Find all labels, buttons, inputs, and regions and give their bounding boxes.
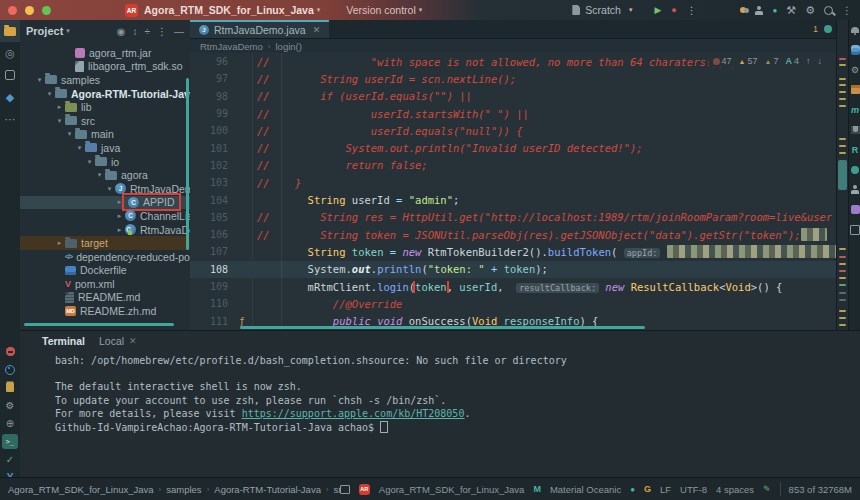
tree-item[interactable]: Vpom.xml: [20, 277, 190, 291]
account-icon[interactable]: [755, 6, 763, 15]
commit-tool-icon[interactable]: [0, 64, 20, 86]
stripe-mark[interactable]: [839, 152, 846, 154]
code-area[interactable]: 96// "with space is not allowed, no more…: [190, 53, 836, 331]
tree-item[interactable]: ▾main: [20, 128, 190, 142]
tree-item[interactable]: ▸CAPPID: [20, 196, 190, 210]
collapse-arrow-icon[interactable]: ▾: [54, 117, 65, 125]
stripe-mark[interactable]: [839, 78, 846, 80]
tree-item[interactable]: Dockerfile: [20, 264, 190, 278]
code-line[interactable]: 106// String token = JSONUtil.parseObj(r…: [190, 226, 836, 243]
build-tools-icon[interactable]: ⚒: [786, 4, 796, 17]
terminal-link[interactable]: https://support.apple.com/kb/HT208050: [242, 408, 465, 419]
collapse-arrow-icon[interactable]: ▾: [34, 76, 45, 84]
run-anything-icon[interactable]: R: [850, 144, 860, 155]
terminal-session-tab[interactable]: Local ✕: [99, 335, 137, 347]
stripe-mark[interactable]: [839, 263, 846, 265]
tree-item[interactable]: MDREADME.zh.md: [20, 304, 190, 318]
collapse-arrow-icon[interactable]: ▾: [64, 130, 75, 138]
code-line[interactable]: 103// }: [190, 174, 836, 191]
screen-share-icon[interactable]: [340, 485, 350, 494]
tree-item[interactable]: ▾io: [20, 155, 190, 169]
tree-item[interactable]: agora_rtm.jar: [20, 46, 190, 60]
status-teal-dot-icon[interactable]: ●: [630, 485, 635, 494]
gradle-tool-icon[interactable]: [850, 164, 860, 175]
expand-arrow-icon[interactable]: ▸: [114, 212, 125, 220]
settings-gear-icon[interactable]: ⚙: [805, 4, 815, 17]
tree-item[interactable]: ▾src: [20, 114, 190, 128]
status-path-item[interactable]: Agora-RTM-Tutorial-Java: [214, 484, 321, 495]
more-tool-windows-icon[interactable]: ⋯: [0, 108, 20, 130]
stripe-mark[interactable]: [839, 91, 846, 93]
writable-pen-icon[interactable]: ✎: [763, 484, 771, 494]
stripe-mark[interactable]: [839, 324, 846, 326]
status-project-name[interactable]: Agora_RTM_SDK_for_Linux_Java: [379, 484, 525, 495]
editor-horizontal-scrollbar[interactable]: [240, 326, 645, 329]
project-panel-title[interactable]: Project: [26, 25, 63, 37]
close-window-button[interactable]: [8, 6, 17, 15]
tree-item[interactable]: ▸CRtmJavaDemo: [20, 223, 190, 237]
code-with-me-icon[interactable]: [740, 7, 746, 13]
status-path-item[interactable]: samples: [166, 484, 201, 495]
code-line[interactable]: 102// return false;: [190, 157, 836, 174]
tree-item[interactable]: </>dependency-reduced-pom.xml: [20, 250, 190, 264]
project-tool-icon[interactable]: [0, 20, 20, 42]
breadcrumb-method[interactable]: login(): [276, 41, 302, 52]
code-line[interactable]: 98// if (userId.equals("") ||: [190, 88, 836, 105]
terminal-tool-icon[interactable]: >_: [2, 434, 18, 449]
options-icon[interactable]: ⋮: [157, 26, 167, 37]
terminal-panel-title[interactable]: Terminal: [42, 335, 85, 347]
tree-item[interactable]: ▾agora: [20, 168, 190, 182]
zoom-window-button[interactable]: [42, 6, 51, 15]
code-line[interactable]: 109 mRtmClient.login(token, userId, resu…: [190, 278, 836, 295]
problems-check-icon[interactable]: ✓: [2, 452, 18, 467]
collapse-all-icon[interactable]: ÷: [145, 26, 151, 37]
line-ending-widget[interactable]: LF: [660, 484, 671, 495]
next-problem-icon[interactable]: ↓: [818, 56, 823, 66]
dependencies-tool-icon[interactable]: [850, 84, 860, 95]
stripe-mark[interactable]: [839, 84, 846, 86]
stripe-mark[interactable]: [839, 292, 846, 294]
tree-item[interactable]: README.md: [20, 291, 190, 305]
expand-arrow-icon[interactable]: ▸: [54, 239, 65, 247]
tree-item[interactable]: libagora_rtm_sdk.so: [20, 60, 190, 74]
stripe-mark[interactable]: [839, 277, 846, 279]
code-line[interactable]: 101// System.out.println("Invalid userID…: [190, 139, 836, 156]
editor-tab[interactable]: J RtmJavaDemo.java ✕: [190, 20, 329, 38]
tree-item[interactable]: ▾samples: [20, 73, 190, 87]
encoding-widget[interactable]: UTF-8: [680, 484, 707, 495]
stripe-mark[interactable]: [839, 248, 846, 250]
collapse-arrow-icon[interactable]: ▾: [84, 158, 95, 166]
minimize-window-button[interactable]: [25, 6, 34, 15]
project-widget[interactable]: Agora_RTM_SDK_for_Linux_Java: [144, 4, 314, 16]
stripe-mark[interactable]: [839, 284, 846, 286]
code-line[interactable]: 105// String res = HttpUtil.get("http://…: [190, 209, 836, 226]
hide-panel-icon[interactable]: —: [174, 26, 184, 37]
collapse-arrow-icon[interactable]: ▾: [104, 185, 115, 193]
tree-item[interactable]: ▾java: [20, 141, 190, 155]
expand-arrow-icon[interactable]: ▸: [114, 198, 125, 206]
search-everywhere-icon[interactable]: [824, 6, 833, 15]
structure-tool-icon[interactable]: ◆: [0, 86, 20, 108]
code-line[interactable]: 100// userId.equals("null")) {: [190, 122, 836, 139]
services-gear-icon[interactable]: ⚙: [2, 398, 18, 413]
stripe-mark[interactable]: [839, 138, 846, 140]
database-tool-icon[interactable]: [850, 44, 860, 55]
stripe-mark[interactable]: [839, 256, 846, 258]
vcs-widget[interactable]: Version control: [346, 4, 415, 16]
plugins-tool-icon[interactable]: [850, 204, 860, 215]
trash-icon[interactable]: [2, 380, 18, 395]
collapse-arrow-icon[interactable]: ▾: [94, 171, 105, 179]
indent-widget[interactable]: 4 spaces: [716, 484, 754, 495]
terminal-output[interactable]: bash: /opt/homebrew/etc/profile.d/bash_c…: [20, 351, 860, 434]
split-editor-icon[interactable]: [824, 25, 832, 33]
endpoints-icon[interactable]: ⊕: [2, 416, 18, 431]
tree-item[interactable]: ▸target: [20, 236, 190, 250]
close-session-icon[interactable]: ✕: [129, 336, 137, 346]
status-breadcrumb[interactable]: Agora_RTM_SDK_for_Linux_Java›samples›Ago…: [8, 484, 340, 495]
stripe-mark[interactable]: [839, 58, 846, 60]
project-horizontal-scrollbar[interactable]: [24, 323, 174, 326]
stripe-mark[interactable]: [839, 98, 846, 100]
project-vertical-scrollbar[interactable]: [186, 78, 189, 250]
stripe-mark[interactable]: [839, 145, 846, 147]
run-button[interactable]: ▶: [654, 5, 661, 15]
